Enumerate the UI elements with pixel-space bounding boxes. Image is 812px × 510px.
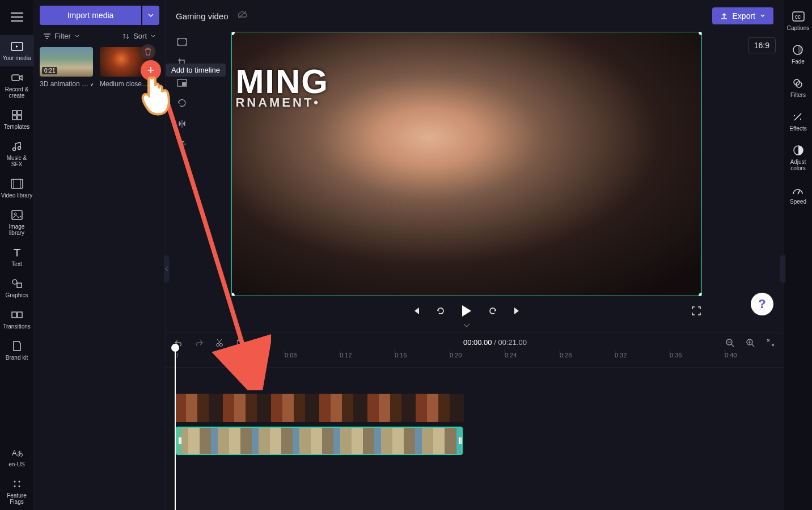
media-thumbnail[interactable]: 0:21: [40, 47, 93, 77]
ruler-tick: 0:20: [450, 352, 462, 359]
clip-trim-handle[interactable]: [177, 428, 181, 454]
nav-image-lib[interactable]: Image library: [0, 204, 34, 241]
ruler-tick: 0:40: [725, 352, 737, 359]
clip-trim-handle[interactable]: [457, 428, 462, 454]
nav-record[interactable]: Record & create: [0, 66, 34, 104]
inspector-speed[interactable]: Speed: [790, 182, 806, 207]
timeline-clip[interactable]: [175, 394, 464, 422]
playhead[interactable]: [175, 348, 176, 510]
svg-point-8: [18, 147, 20, 150]
brandkit-icon: [11, 340, 23, 352]
media-icon: [11, 40, 23, 53]
ruler-tick: 0:08: [285, 352, 297, 359]
skip-start-icon[interactable]: [410, 305, 421, 317]
timeline-tracks[interactable]: [166, 368, 784, 391]
preview-tool-strip: [174, 32, 191, 150]
menu-button[interactable]: [6, 6, 28, 28]
timeline-toolbar: 00:00.00 / 00:21.00: [166, 332, 784, 352]
chevron-down-icon: [74, 33, 80, 39]
media-item[interactable]: 0:21 3D animation …✓: [40, 47, 93, 88]
svg-rect-9: [11, 179, 23, 188]
flip-h-icon[interactable]: [176, 118, 188, 129]
svg-point-13: [14, 213, 16, 215]
fade-icon: [792, 44, 804, 56]
fit-timeline-icon[interactable]: [766, 338, 776, 348]
graphics-icon: [11, 277, 23, 290]
nav-templates[interactable]: Templates: [0, 104, 34, 135]
chevron-down-icon: [760, 13, 766, 19]
timecode: 00:00.00 / 00:21.00: [276, 338, 714, 347]
trash-icon[interactable]: [141, 44, 155, 59]
svg-rect-12: [12, 210, 22, 220]
resize-handle[interactable]: [699, 32, 702, 35]
svg-marker-1: [16, 45, 18, 48]
nav-your-media[interactable]: Your media: [0, 35, 34, 66]
timeline-ruler[interactable]: 00:040:080:120:160:200:240:280:320:360:4…: [166, 352, 784, 368]
skip-end-icon[interactable]: [512, 305, 523, 317]
nav-music[interactable]: Music & SFX: [0, 135, 34, 172]
nav-flags[interactable]: Feature Flags: [0, 473, 34, 510]
rewind-icon[interactable]: [435, 305, 446, 317]
split-icon[interactable]: [255, 338, 265, 348]
svg-point-7: [12, 148, 15, 151]
export-button[interactable]: Export: [712, 7, 773, 24]
redo-icon[interactable]: [194, 338, 204, 348]
nav-text[interactable]: Text: [0, 241, 34, 272]
pip-icon[interactable]: [176, 77, 188, 88]
nav-video-lib[interactable]: Video library: [0, 172, 34, 204]
svg-rect-6: [18, 116, 22, 120]
record-icon: [11, 71, 23, 84]
speed-icon: [792, 184, 804, 196]
templates-icon: [11, 109, 23, 121]
rotate-icon[interactable]: [176, 98, 188, 109]
import-button[interactable]: Import media: [40, 6, 141, 25]
zoom-out-icon[interactable]: [725, 338, 735, 348]
fullscreen-icon[interactable]: [691, 305, 702, 317]
ruler-tick: 0:24: [505, 352, 517, 359]
import-dropdown-button[interactable]: [142, 6, 159, 25]
inspector-effects[interactable]: Effects: [789, 108, 806, 134]
svg-rect-16: [12, 312, 16, 318]
ruler-tick: 0:36: [670, 352, 682, 359]
inspector-filters[interactable]: Filters: [790, 75, 806, 100]
cut-icon[interactable]: [214, 338, 225, 348]
nav-lang[interactable]: Aあ en-US: [0, 441, 34, 473]
inspector-collapse-handle[interactable]: [780, 255, 785, 283]
filter-link[interactable]: Filter: [43, 32, 80, 40]
svg-point-21: [18, 481, 20, 483]
ruler-tick: 0:28: [560, 352, 572, 359]
collapse-preview-handle[interactable]: [231, 322, 702, 330]
svg-text:cc: cc: [795, 14, 801, 20]
check-icon: ✓: [90, 81, 93, 87]
cursor-annotation: [135, 73, 175, 124]
resize-handle[interactable]: [699, 293, 702, 296]
nav-brandkit[interactable]: Brand kit: [0, 335, 34, 366]
nav-transitions[interactable]: Transitions: [0, 304, 34, 335]
upload-icon: [720, 12, 728, 20]
video-lib-icon: [11, 178, 23, 190]
fit-icon[interactable]: [176, 36, 188, 48]
aspect-ratio-button[interactable]: 16:9: [748, 37, 776, 53]
svg-rect-15: [17, 283, 22, 288]
inspector-fade[interactable]: Fade: [792, 41, 805, 67]
delete-icon[interactable]: [235, 338, 245, 348]
forward-icon[interactable]: [487, 305, 498, 317]
project-title[interactable]: Gaming video: [176, 11, 229, 21]
svg-rect-5: [12, 116, 16, 120]
nav-graphics[interactable]: Graphics: [0, 272, 34, 304]
svg-point-14: [12, 280, 17, 284]
sort-link[interactable]: Sort: [122, 32, 156, 40]
inspector-captions[interactable]: ccCaptions: [787, 8, 809, 33]
flip-v-icon[interactable]: [176, 138, 188, 150]
help-button[interactable]: ?: [751, 293, 773, 315]
preview-stage[interactable]: MINGRNAMENT•: [231, 32, 702, 296]
ruler-tick: 0:04: [230, 352, 242, 359]
left-rail: Your media Record & create Templates Mus…: [0, 0, 34, 510]
filters-icon: [792, 77, 804, 90]
svg-line-45: [798, 190, 800, 194]
panel-collapse-handle[interactable]: [164, 255, 170, 283]
timeline-clip-selected[interactable]: [176, 427, 463, 455]
zoom-in-icon[interactable]: [745, 338, 755, 348]
inspector-adjust[interactable]: Adjust colors: [784, 142, 812, 174]
play-button[interactable]: [462, 305, 471, 317]
